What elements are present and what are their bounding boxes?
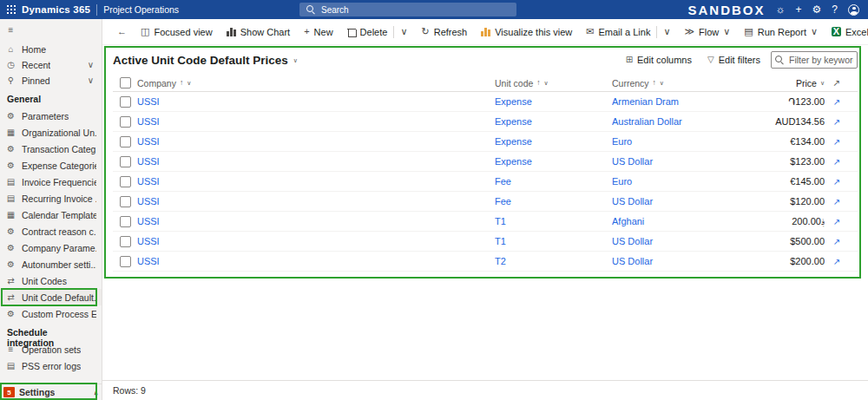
back-button[interactable]: ← <box>111 22 133 43</box>
unit-code-link[interactable]: Expense <box>495 116 532 127</box>
add-button[interactable]: + <box>796 4 802 15</box>
sidebar-item-invoice-frequencies[interactable]: ▤Invoice Frequencies <box>0 174 102 190</box>
unit-code-link[interactable]: Fee <box>495 196 511 207</box>
sidebar-item-expense-categories[interactable]: ⚙Expense Categories <box>0 157 102 174</box>
company-link[interactable]: USSI <box>137 256 160 266</box>
excel-templates-button[interactable]: Excel Templates∨ <box>825 22 868 43</box>
open-record-icon[interactable]: ↗ <box>833 257 840 266</box>
currency-link[interactable]: Armenian Dram <box>612 96 679 107</box>
unit-code-link[interactable]: Expense <box>495 156 532 167</box>
currency-link[interactable]: US Dollar <box>612 256 653 266</box>
lightbulb-button[interactable]: ☼ <box>776 4 786 15</box>
open-record-icon[interactable]: ↗ <box>833 137 840 147</box>
show-chart-button[interactable]: Show Chart <box>220 22 296 43</box>
company-link[interactable]: USSI <box>137 116 160 127</box>
sidebar-item-pinned[interactable]: ⚲Pinned∨ <box>0 73 102 89</box>
visualize-this-view-button[interactable]: Visualize this view <box>475 22 578 43</box>
focused-view-button[interactable]: ◫Focused view <box>135 22 219 43</box>
unit-code-link[interactable]: Fee <box>495 176 511 187</box>
sitemap-toggle-button[interactable]: ≡ <box>0 19 102 42</box>
person-button[interactable] <box>848 4 859 16</box>
table-row[interactable]: USSI T2 US Dollar $200.00 ↗ <box>113 252 858 272</box>
row-checkbox[interactable] <box>120 256 131 267</box>
currency-link[interactable]: Australian Dollar <box>612 116 682 127</box>
row-checkbox[interactable] <box>120 196 131 207</box>
app-name[interactable]: Project Operations <box>103 4 179 15</box>
select-all-checkbox[interactable] <box>120 77 131 89</box>
table-row[interactable]: USSI Expense Euro €134.00 ↗ <box>113 132 858 152</box>
refresh-button[interactable]: ↻Refresh <box>415 22 473 43</box>
open-record-icon[interactable]: ↗ <box>833 197 840 207</box>
delete-button[interactable]: Delete∨ <box>341 22 414 43</box>
row-checkbox[interactable] <box>120 96 131 108</box>
unit-code-link[interactable]: T1 <box>495 236 506 246</box>
column-header-price[interactable]: Price ∨ <box>768 78 825 89</box>
company-link[interactable]: USSI <box>137 216 160 226</box>
sidebar-item-unit-code-default[interactable]: ⇄Unit Code Default... <box>0 289 102 305</box>
run-report-button[interactable]: ▤Run Report∨ <box>738 22 824 43</box>
row-checkbox[interactable] <box>120 116 131 128</box>
global-search-box[interactable]: Search <box>299 3 516 16</box>
sidebar-item-recent[interactable]: ◷Recent∨ <box>0 57 102 73</box>
table-row[interactable]: USSI Expense Australian Dollar AUD134.56… <box>113 112 858 132</box>
currency-link[interactable]: US Dollar <box>612 156 653 167</box>
sidebar-item-company-parame[interactable]: ⚙Company Parame... <box>0 239 102 256</box>
table-row[interactable]: USSI T1 US Dollar $500.00 ↗ <box>113 232 858 252</box>
edit-columns-button[interactable]: ⊞ Edit columns <box>621 53 697 67</box>
table-row[interactable]: USSI Fee Euro €145.00 ↗ <box>113 172 858 192</box>
open-record-icon[interactable]: ↗ <box>833 177 840 187</box>
sidebar-item-home[interactable]: ⌂Home <box>0 42 102 57</box>
brand-title[interactable]: Dynamics 365 <box>22 4 90 15</box>
sidebar-item-unit-codes[interactable]: ⇄Unit Codes <box>0 272 102 289</box>
unit-code-link[interactable]: T1 <box>495 216 506 226</box>
currency-link[interactable]: Euro <box>612 176 632 187</box>
table-row[interactable]: USSI Fee US Dollar $120.00 ↗ <box>113 192 858 212</box>
company-link[interactable]: USSI <box>137 176 160 187</box>
open-record-icon[interactable]: ↗ <box>833 97 840 107</box>
company-link[interactable]: USSI <box>137 236 160 246</box>
help-button[interactable]: ? <box>832 4 838 15</box>
currency-link[interactable]: US Dollar <box>612 196 653 207</box>
sidebar-item-custom-process-e[interactable]: ⚙Custom Process E... <box>0 305 102 322</box>
company-link[interactable]: USSI <box>137 196 160 207</box>
currency-link[interactable]: Euro <box>612 136 632 147</box>
unit-code-link[interactable]: Expense <box>495 96 532 107</box>
unit-code-link[interactable]: T2 <box>495 256 506 266</box>
gear-button[interactable]: ⚙ <box>812 4 822 15</box>
view-selector[interactable]: Active Unit Code Default Prices ∨ <box>113 54 298 67</box>
table-row[interactable]: USSI T1 Afghani 200.00؋ ↗ <box>113 212 858 232</box>
email-a-link-button[interactable]: ✉Email a Link∨ <box>580 22 676 43</box>
sidebar-item-contract-reason-c[interactable]: ⚙Contract reason c... <box>0 223 102 239</box>
column-header-currency[interactable]: Currency ↑ ∨ <box>612 78 768 89</box>
row-checkbox[interactable] <box>120 176 131 187</box>
column-header-unit-code[interactable]: Unit code ↑ ∨ <box>495 78 612 89</box>
waffle-icon[interactable] <box>7 5 16 14</box>
sidebar-item-parameters[interactable]: ⚙Parameters <box>0 108 102 124</box>
unit-code-link[interactable]: Expense <box>495 136 532 147</box>
column-header-company[interactable]: Company ↑ ∨ <box>137 78 495 89</box>
company-link[interactable]: USSI <box>137 96 160 107</box>
company-link[interactable]: USSI <box>137 136 160 147</box>
new-button[interactable]: +New <box>298 22 339 43</box>
open-record-icon[interactable]: ↗ <box>833 157 840 167</box>
row-checkbox[interactable] <box>120 216 131 227</box>
sidebar-item-recurring-invoice[interactable]: ▤Recurring Invoice ... <box>0 190 102 207</box>
currency-link[interactable]: US Dollar <box>612 236 653 246</box>
open-record-icon[interactable]: ↗ <box>833 237 840 246</box>
open-record-icon[interactable]: ↗ <box>833 117 840 127</box>
sidebar-item-calendar-templates[interactable]: ▦Calendar Templates <box>0 207 102 223</box>
table-row[interactable]: USSI Expense Armenian Dram ֏123.00 ↗ <box>113 92 858 112</box>
company-link[interactable]: USSI <box>137 156 160 167</box>
row-checkbox[interactable] <box>120 236 131 247</box>
table-row[interactable]: USSI Expense US Dollar $123.00 ↗ <box>113 152 858 172</box>
flow-button[interactable]: ≫Flow∨ <box>678 22 736 43</box>
open-record-icon[interactable]: ↗ <box>833 217 840 226</box>
edit-filters-button[interactable]: ▽ Edit filters <box>702 53 766 67</box>
row-checkbox[interactable] <box>120 136 131 148</box>
currency-link[interactable]: Afghani <box>612 216 644 226</box>
sidebar-item-pss-error-logs[interactable]: ▤PSS error logs <box>0 357 102 374</box>
sidebar-item-autonumber-setti[interactable]: ⚙Autonumber setti... <box>0 256 102 272</box>
sidebar-item-settings[interactable]: 5 Settings ∧ <box>0 384 102 400</box>
sidebar-item-organizational-un[interactable]: ▦Organizational Un... <box>0 124 102 141</box>
row-checkbox[interactable] <box>120 156 131 167</box>
